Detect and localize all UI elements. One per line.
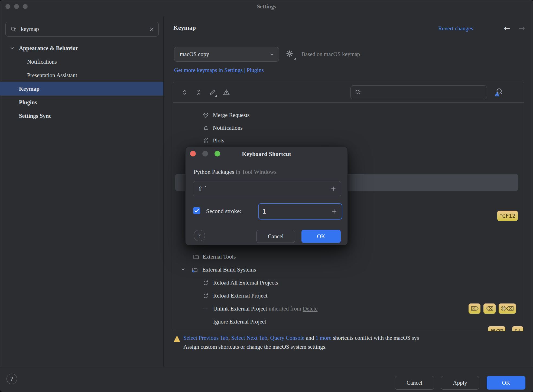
shortcut-badges: ⌦ ⌫ ⌘⌫ — [469, 303, 516, 314]
add-stroke-icon[interactable] — [331, 208, 337, 215]
shortcut-badge: ⌫ — [483, 303, 495, 314]
tree-row-merge-requests[interactable]: Merge Requests — [173, 109, 524, 122]
settings-search-input[interactable]: keymap — [5, 22, 159, 37]
sidebar-item-label: Settings Sync — [19, 113, 51, 119]
one-more-link[interactable]: 1 more — [316, 335, 332, 341]
second-stroke-input[interactable]: 1 — [258, 203, 342, 220]
conflict-warning: Select Previous Tab, Select Next Tab, Qu… — [183, 335, 533, 352]
refresh-icon — [202, 292, 209, 299]
tree-row-label: Merge Requests — [213, 112, 250, 119]
tree-row-notifications[interactable]: Notifications — [173, 122, 524, 135]
footer-bar: ? Cancel Apply OK — [0, 367, 533, 392]
action-context: in Tool Windows — [234, 168, 277, 175]
minus-icon — [202, 305, 209, 312]
sidebar-item-keymap[interactable]: Keymap — [0, 82, 163, 96]
inherited-from-label: inherited from — [267, 305, 303, 312]
conflicts-warning-icon[interactable] — [222, 88, 230, 96]
shortcut-badge: F4 — [512, 326, 523, 331]
sidebar-item-label: Plugins — [19, 99, 37, 106]
keymap-gear-icon[interactable] — [285, 49, 295, 59]
dialog-help-button[interactable]: ? — [194, 230, 205, 241]
tree-row-label: Plots — [213, 137, 224, 144]
warning-triangle-icon — [173, 336, 181, 342]
keymap-select-value: macOS copy — [180, 51, 269, 58]
tree-row-label-group: Unlink External Project inherited from D… — [213, 305, 317, 312]
settings-sidebar: keymap Appearance & Behavior Notificatio… — [0, 16, 164, 367]
titlebar: Settings — [0, 0, 533, 16]
sidebar-item-label: Appearance & Behavior — [19, 45, 78, 52]
shortcut-badge: ⌥F12 — [497, 211, 518, 221]
dialog-title: Keyboard Shortcut — [186, 151, 347, 158]
tree-row-external-build-systems[interactable]: External Build Systems — [173, 264, 524, 276]
dialog-cancel-button[interactable]: Cancel — [256, 230, 295, 243]
settings-window: Settings keymap Appearance & Behavior No… — [0, 0, 533, 392]
tree-row-unlink-external-project[interactable]: Unlink External Project inherited from D… — [173, 303, 524, 315]
find-actions-by-shortcut-icon[interactable] — [494, 87, 504, 97]
plots-icon — [202, 137, 209, 144]
conflict-warning-line2: Assign custom shortcuts or change the ma… — [183, 344, 533, 352]
add-stroke-icon[interactable] — [330, 185, 337, 192]
dropdown-corner-triangle — [294, 58, 296, 60]
sidebar-item-plugins[interactable]: Plugins — [0, 96, 163, 109]
clipped-shortcut-badges: ⌘⌫ F4 — [488, 326, 523, 331]
keymap-select[interactable]: macOS copy — [174, 47, 279, 62]
first-stroke-input[interactable]: ⇧ ` — [193, 181, 341, 196]
search-icon — [355, 89, 362, 96]
tree-row-reload-all-external-projects[interactable]: Reload All External Projects — [173, 277, 524, 289]
plugins-link[interactable]: Plugins — [247, 67, 264, 73]
get-more-keymaps-row: Get more keymaps in Settings | Plugins — [174, 67, 264, 74]
get-more-keymaps-link[interactable]: Get more keymaps in Settings — [174, 67, 243, 73]
folder-icon — [193, 253, 200, 260]
expand-all-icon[interactable] — [181, 88, 189, 96]
shortcut-badge: ⌦ — [469, 303, 480, 314]
action-name: Python Packages — [194, 168, 234, 175]
back-arrow-icon[interactable]: ← — [504, 24, 510, 33]
link-separator: | — [243, 67, 247, 73]
tree-row-plots[interactable]: Plots — [173, 135, 524, 147]
sidebar-item-label: Presentation Assistant — [27, 72, 77, 79]
collapse-all-icon[interactable] — [195, 88, 203, 96]
cancel-button[interactable]: Cancel — [395, 376, 434, 390]
based-on-label: Based on macOS keymap — [301, 51, 360, 58]
ok-button[interactable]: OK — [487, 376, 525, 390]
tree-row-external-tools[interactable]: External Tools — [173, 251, 524, 263]
edit-shortcut-icon[interactable] — [208, 88, 216, 96]
chevron-down-icon — [269, 52, 274, 57]
bell-icon — [202, 125, 209, 132]
sidebar-item-label: Notifications — [27, 58, 57, 65]
refresh-icon — [202, 279, 209, 286]
clear-search-icon[interactable] — [149, 27, 154, 32]
tree-search-input[interactable] — [350, 85, 487, 99]
tree-row-label: Notifications — [213, 125, 243, 131]
apply-button[interactable]: Apply — [441, 376, 479, 390]
tree-row-reload-external-project[interactable]: Reload External Project — [173, 290, 524, 302]
first-stroke-value: ⇧ ` — [198, 185, 207, 192]
chevron-down-icon[interactable] — [181, 267, 188, 274]
shortcut-badge: ⌘⌫ — [488, 326, 505, 331]
tree-row-label: External Tools — [203, 253, 236, 260]
conflict-warning-line1: Select Previous Tab, Select Next Tab, Qu… — [183, 335, 533, 344]
sidebar-item-notifications[interactable]: Notifications — [0, 55, 163, 68]
shortcut-badge: ⌘⌫ — [499, 303, 516, 314]
sidebar-item-settings-sync[interactable]: Settings Sync — [0, 109, 163, 123]
query-console-link[interactable]: Query Console — [270, 335, 305, 341]
help-button[interactable]: ? — [6, 374, 17, 384]
sidebar-item-presentation-assistant[interactable]: Presentation Assistant — [0, 68, 163, 82]
second-stroke-value: 1 — [262, 208, 266, 215]
tree-row-label: External Build Systems — [202, 266, 256, 273]
tree-row-label: Reload External Project — [213, 292, 268, 299]
tree-toolbar — [173, 82, 524, 103]
keyboard-shortcut-dialog: Keyboard Shortcut Python Packages in Too… — [186, 147, 347, 245]
search-value: keymap — [21, 26, 149, 32]
tree-row-ignore-external-project[interactable]: Ignore External Project — [173, 316, 524, 328]
select-next-tab-link[interactable]: Select Next Tab — [231, 335, 267, 341]
sidebar-item-appearance-behavior[interactable]: Appearance & Behavior — [0, 41, 163, 55]
revert-changes-link[interactable]: Revert changes — [438, 25, 473, 32]
chevron-down-icon[interactable] — [10, 46, 15, 51]
forward-arrow-icon[interactable]: → — [519, 24, 525, 33]
second-stroke-label: Second stroke: — [206, 208, 241, 215]
select-previous-tab-link[interactable]: Select Previous Tab — [183, 335, 228, 341]
inherited-from-delete-link[interactable]: Delete — [303, 305, 318, 312]
dialog-ok-button[interactable]: OK — [301, 230, 341, 243]
second-stroke-checkbox[interactable] — [193, 207, 200, 214]
